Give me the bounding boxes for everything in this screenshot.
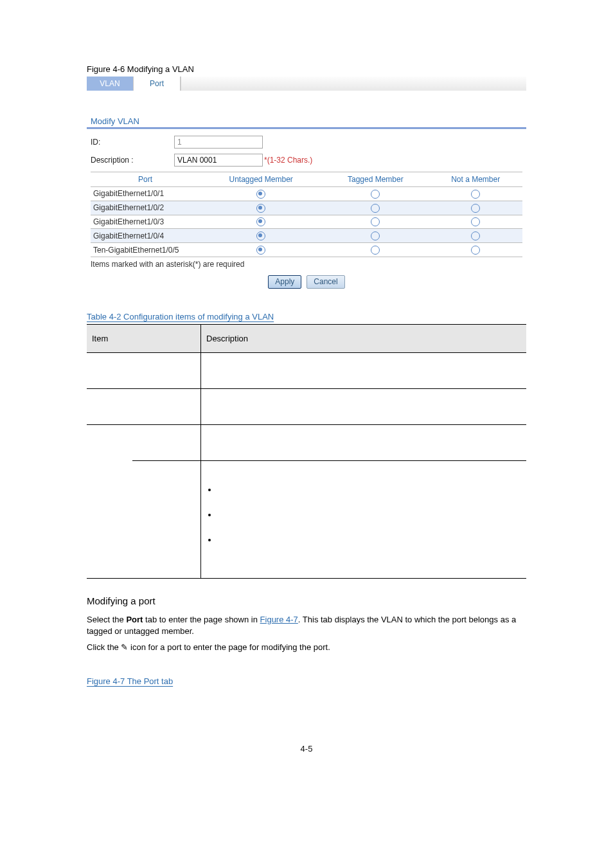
radio-nota[interactable] bbox=[429, 229, 522, 243]
radio-tagged[interactable] bbox=[322, 215, 429, 229]
col-tagged: Tagged Member bbox=[322, 172, 429, 187]
radio-untagged[interactable] bbox=[200, 229, 322, 243]
description-hint: *(1-32 Chars.) bbox=[264, 156, 312, 165]
radio-nota[interactable] bbox=[429, 201, 522, 215]
tabs-filler bbox=[181, 77, 526, 91]
port-name: GigabitEthernet1/0/1 bbox=[91, 187, 200, 201]
radio-nota[interactable] bbox=[429, 187, 522, 201]
radio-icon[interactable] bbox=[371, 204, 380, 213]
radio-nota[interactable] bbox=[429, 215, 522, 229]
table-4-2: Item Description ID ID of the VLAN to be… bbox=[87, 324, 526, 579]
table-row: GigabitEthernet1/0/4 bbox=[91, 229, 522, 243]
th-item: Item bbox=[87, 325, 201, 353]
page-number: 4-5 bbox=[0, 744, 613, 754]
radio-icon[interactable] bbox=[256, 246, 265, 255]
figure-caption: Figure 4-6 Modifying a VLAN bbox=[87, 64, 526, 74]
th-desc: Description bbox=[201, 325, 527, 353]
radio-icon[interactable] bbox=[471, 231, 480, 240]
row-desc-desc: Modify the description string of the VLA… bbox=[201, 389, 527, 425]
col-port: Port bbox=[91, 172, 200, 187]
table-row: GigabitEthernet1/0/2 bbox=[91, 201, 522, 215]
radio-icon[interactable] bbox=[256, 217, 265, 226]
radio-icon[interactable] bbox=[471, 204, 480, 213]
col-untagged: Untagged Member bbox=[200, 172, 322, 187]
paragraph-2: Click the ✎ icon for a port to enter the… bbox=[87, 642, 526, 653]
tab-vlan[interactable]: VLAN bbox=[87, 77, 134, 91]
required-note: Items marked with an asterisk(*) are req… bbox=[91, 260, 522, 269]
row-port-item: Port bbox=[87, 425, 132, 579]
pencil-icon: ✎ bbox=[121, 642, 128, 652]
port-name: GigabitEthernet1/0/4 bbox=[91, 229, 200, 243]
paragraph-1: Select the Port tab to enter the page sh… bbox=[87, 614, 526, 637]
modify-vlan-figure: VLAN Port Modify VLAN ID: Description : … bbox=[87, 77, 526, 289]
port-membership-table: Port Untagged Member Tagged Member Not a… bbox=[91, 172, 522, 257]
section-divider bbox=[87, 127, 526, 129]
section-heading: Modifying a port bbox=[87, 595, 526, 606]
table-4-2-title: Table 4-2 Configuration items of modifyi… bbox=[87, 312, 526, 321]
radio-icon[interactable] bbox=[256, 190, 265, 199]
radio-tagged[interactable] bbox=[322, 243, 429, 257]
radio-untagged[interactable] bbox=[200, 215, 322, 229]
radio-tagged[interactable] bbox=[322, 201, 429, 215]
tabs-bar: VLAN Port bbox=[87, 77, 526, 91]
col-nota: Not a Member bbox=[429, 172, 522, 187]
radio-icon[interactable] bbox=[371, 190, 380, 199]
row-port-sub-port: Port bbox=[132, 425, 201, 461]
table-row: Ten-GigabitEthernet1/0/5 bbox=[91, 243, 522, 257]
port-name: Ten-GigabitEthernet1/0/5 bbox=[91, 243, 200, 257]
description-input[interactable] bbox=[174, 154, 263, 167]
radio-tagged[interactable] bbox=[322, 229, 429, 243]
id-input[interactable] bbox=[174, 136, 263, 149]
radio-icon[interactable] bbox=[471, 246, 480, 255]
port-name: GigabitEthernet1/0/2 bbox=[91, 201, 200, 215]
radio-icon[interactable] bbox=[371, 246, 380, 255]
row-port-membership-labels: Untagged Member Tagged Member Not a Memb… bbox=[132, 461, 201, 579]
figure-4-7-title: Figure 4-7 The Port tab bbox=[87, 676, 526, 686]
row-desc-item: Description bbox=[87, 389, 201, 425]
radio-icon[interactable] bbox=[471, 217, 480, 226]
table-row: GigabitEthernet1/0/3 bbox=[91, 215, 522, 229]
row-port-membership-desc: Set the port as a member of the VLAN: Un… bbox=[201, 461, 527, 579]
cancel-button[interactable]: Cancel bbox=[306, 275, 344, 289]
tab-port[interactable]: Port bbox=[134, 77, 181, 91]
radio-icon[interactable] bbox=[371, 217, 380, 226]
desc-label: Description : bbox=[91, 156, 174, 165]
radio-untagged[interactable] bbox=[200, 187, 322, 201]
id-label: ID: bbox=[91, 138, 174, 147]
radio-untagged[interactable] bbox=[200, 201, 322, 215]
radio-icon[interactable] bbox=[256, 231, 265, 240]
row-id-desc: ID of the VLAN to be modified. bbox=[201, 353, 527, 389]
row-port-sub-port-desc: Port name. bbox=[201, 425, 527, 461]
radio-tagged[interactable] bbox=[322, 187, 429, 201]
radio-icon[interactable] bbox=[256, 204, 265, 213]
radio-icon[interactable] bbox=[471, 190, 480, 199]
port-name: GigabitEthernet1/0/3 bbox=[91, 215, 200, 229]
row-id-item: ID bbox=[87, 353, 201, 389]
radio-icon[interactable] bbox=[371, 231, 380, 240]
link-figure-4-7[interactable]: Figure 4-7 bbox=[260, 615, 298, 624]
apply-button[interactable]: Apply bbox=[268, 275, 301, 289]
section-title: Modify VLAN bbox=[87, 116, 526, 127]
radio-untagged[interactable] bbox=[200, 243, 322, 257]
radio-nota[interactable] bbox=[429, 243, 522, 257]
table-row: GigabitEthernet1/0/1 bbox=[91, 187, 522, 201]
